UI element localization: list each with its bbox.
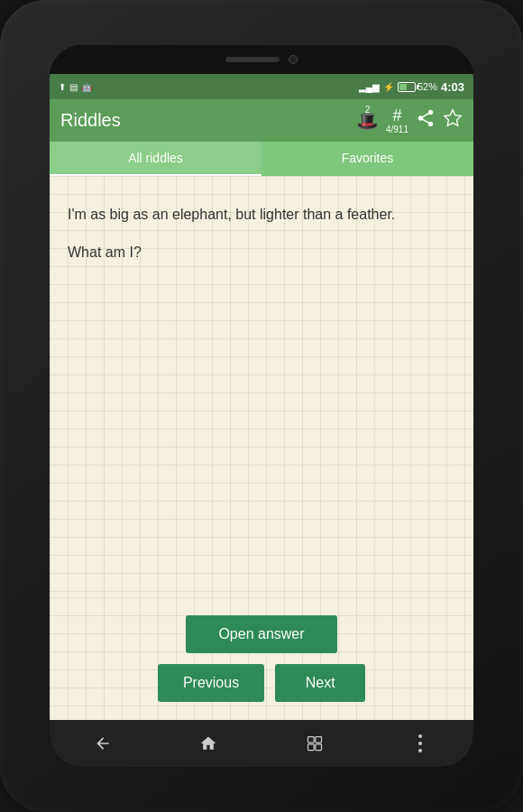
- svg-point-7: [418, 749, 422, 752]
- hat-icon[interactable]: 🎩 2: [356, 110, 379, 132]
- clock: 4:03: [441, 80, 464, 94]
- usb-icon: ⬆: [59, 82, 66, 92]
- svg-rect-4: [316, 744, 322, 751]
- hash-symbol: #: [392, 106, 401, 125]
- svg-point-5: [418, 734, 422, 738]
- app-title: Riddles: [60, 110, 121, 131]
- speaker: [225, 57, 280, 62]
- hash-counter-group[interactable]: # 4/911: [386, 106, 408, 134]
- tab-bar: All riddles Favorites: [50, 142, 473, 176]
- next-button[interactable]: Next: [275, 664, 365, 702]
- lightning-icon: ⚡: [383, 82, 394, 92]
- svg-rect-2: [316, 737, 322, 743]
- riddle-number-badge: 2: [365, 105, 371, 143]
- riddle-question: What am I?: [68, 241, 455, 264]
- svg-rect-1: [307, 737, 314, 743]
- status-icons-left: ⬆ ▤ 🤖: [59, 82, 92, 92]
- phone-screen: ⬆ ▤ 🤖 ▂▄▆ ⚡ 52% 4:03 Riddles: [50, 45, 473, 767]
- more-options-button[interactable]: [402, 725, 438, 761]
- recent-apps-button[interactable]: [297, 725, 333, 761]
- battery-box: [398, 82, 416, 92]
- header-icons: 🎩 2 # 4/911: [356, 106, 463, 134]
- android-icon: 🤖: [81, 82, 92, 92]
- svg-rect-3: [307, 744, 314, 751]
- main-content: I'm as big as an elephant, but lighter t…: [50, 176, 473, 720]
- front-camera: [289, 55, 298, 64]
- app-header: Riddles 🎩 2 # 4/911: [50, 99, 473, 142]
- open-answer-button[interactable]: Open answer: [186, 615, 336, 653]
- svg-point-6: [418, 742, 422, 745]
- nav-buttons-row: Previous Next: [158, 664, 365, 702]
- battery-indicator: 52%: [398, 81, 437, 92]
- phone-top-hardware: [50, 45, 473, 74]
- share-icon[interactable]: [416, 108, 436, 133]
- previous-button[interactable]: Previous: [158, 664, 264, 702]
- battery-fill: [399, 84, 407, 90]
- tab-all-riddles[interactable]: All riddles: [50, 142, 262, 176]
- favorite-star-icon[interactable]: [443, 108, 463, 133]
- nav-bar: [50, 720, 473, 767]
- status-icons-right: ▂▄▆ ⚡ 52% 4:03: [359, 80, 464, 94]
- signal-bars-icon: ▂▄▆: [359, 82, 380, 92]
- riddle-area: I'm as big as an elephant, but lighter t…: [50, 176, 473, 597]
- buttons-area: Open answer Previous Next: [50, 597, 473, 720]
- home-button[interactable]: [190, 725, 226, 761]
- tab-favorites[interactable]: Favorites: [262, 142, 473, 176]
- battery-percent: 52%: [417, 81, 437, 92]
- riddle-text: I'm as big as an elephant, but lighter t…: [68, 203, 455, 226]
- phone-frame: ⬆ ▤ 🤖 ▂▄▆ ⚡ 52% 4:03 Riddles: [0, 0, 523, 812]
- back-button[interactable]: [85, 725, 121, 761]
- status-bar: ⬆ ▤ 🤖 ▂▄▆ ⚡ 52% 4:03: [50, 74, 473, 99]
- svg-marker-0: [445, 110, 461, 125]
- signal-icon: ▤: [69, 82, 78, 92]
- riddle-counter: 4/911: [386, 125, 408, 134]
